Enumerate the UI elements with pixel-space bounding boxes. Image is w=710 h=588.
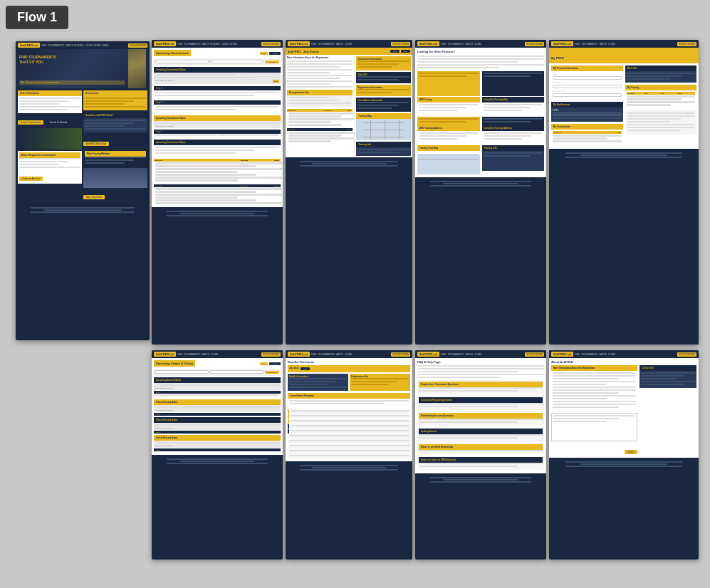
detail-about-section: More Information About this Registration: [287, 56, 353, 59]
camps-title: Upcoming Camps & Clinics: [154, 360, 195, 367]
city-field[interactable]: [553, 93, 622, 97]
filter-search-btn[interactable]: Go Searches: [265, 61, 279, 63]
header-results: AskFRED.net FIND TOURNAMENTS WATCH CLUBS…: [286, 350, 412, 358]
header-detail: AskFRED.net FIND TOURNAMENTS WATCH CLUBS…: [286, 40, 412, 48]
camps-top-btn[interactable]: Top Pick: [269, 362, 281, 365]
grid-view-btn[interactable]: Grid: [260, 52, 268, 55]
footer-homepage: [16, 204, 150, 216]
event-table-section2: Event List Entries: [287, 128, 353, 142]
tournament-section1: Upcoming Tournament Name Sword Rating - …: [154, 67, 281, 113]
header-homepage: AskFRED.net FIND TOURNAMENTS WATCH FENCI…: [16, 41, 150, 49]
training-info-header2: Training Info: [482, 145, 545, 151]
create-account-btn[interactable]: Create an Account: [19, 177, 43, 181]
faq-q6-header: Errors to Create an FRED Account: [419, 457, 543, 463]
more-fencing-header: More Fencing Websites: [85, 151, 146, 157]
camps-filter2[interactable]: [210, 370, 263, 374]
event-reg-header: Upcoming Tournament Name: [154, 115, 281, 121]
flow-label: Flow 1: [6, 6, 68, 29]
faq-q3-header: Membership Account Questions: [419, 413, 543, 419]
nav-about: FIND TOURNAMENTS WATCH CLUBS: [575, 353, 676, 356]
results-filter: July 2013 Detail: [288, 365, 410, 372]
about-submit-btn[interactable]: Submit: [625, 450, 637, 454]
filter-field2[interactable]: [210, 60, 263, 63]
askfred-help-btn[interactable]: AskFRED Help Page: [83, 142, 109, 146]
event-table-header: Event List A,B,C,D,E,F Entries: [287, 109, 353, 112]
logo-fencers: AskFRED.net: [417, 41, 439, 46]
address-field[interactable]: [553, 85, 622, 88]
signup-btn-faq[interactable]: SIGNUP/SIGNIN: [525, 352, 544, 357]
camp3-content: Sword Rating - City Name, St: [154, 423, 281, 430]
camp4-date: Sept 6: [154, 448, 281, 451]
signup-btn-myfred[interactable]: SIGNUP/SIGNIN: [677, 42, 696, 46]
fencer-result-3: [288, 419, 410, 424]
header-myfred: AskFRED.net FIND TOURNAMENTS WATCH CLUBS…: [549, 40, 699, 48]
footer-camps: [152, 455, 283, 468]
camps-go-btn[interactable]: Go Searches: [265, 371, 279, 374]
screen-upcoming-tournaments: AskFRED.net FIND TOURNAMENTS WATCH FENCI…: [152, 40, 283, 345]
upcoming-content: Upcoming Tournaments Grid Top Pick Go Se…: [152, 48, 283, 207]
filter-field1[interactable]: [155, 60, 209, 63]
signup-btn-homepage[interactable]: SIGNUP/SIGNIN: [128, 43, 147, 48]
profile-content: [625, 71, 697, 83]
hero-search[interactable]: 🔍 Browse for Upcoming Tournaments: [19, 80, 125, 85]
cancelled-training-header: Cancelled Training Bids: [482, 97, 545, 103]
event-reg-section: Upcoming Tournament Name Sword Rating - …: [154, 115, 281, 137]
my-tournaments-section: My Tournaments Tournament Date: [551, 124, 623, 145]
date-content-sept3: [154, 90, 281, 99]
nav-results: FIND TOURNAMENTS WATCH CLUBS: [311, 353, 390, 356]
results-search-btn[interactable]: Detail: [301, 367, 310, 370]
myfred-title-bar: My FRED: [549, 48, 699, 63]
footer-about: [549, 458, 699, 471]
faq-section6: Errors to Create an FRED Account: [417, 456, 544, 470]
search-results-btn[interactable]: Search for Results: [47, 120, 71, 125]
signup-btn-camps[interactable]: SIGNUP/SIGNIN: [261, 352, 281, 357]
camps-filter1[interactable]: [155, 370, 209, 374]
find-tournament-content: [18, 96, 82, 113]
fencing-image2: [83, 168, 147, 188]
nav-homepage: FIND TOURNAMENTS WATCH FENCING CLUBS EXT…: [41, 44, 127, 47]
consolidated-programs: Consolidated Programs: [288, 393, 410, 407]
about-textarea[interactable]: [551, 413, 637, 441]
fencers-title: Looking for Other Fencers?: [417, 50, 544, 53]
fencer-result-9: [288, 449, 410, 453]
email-field-myfred[interactable]: [553, 112, 622, 116]
fencer-result-1: [288, 409, 410, 414]
signup-btn-about[interactable]: SIGNUP/SIGNIN: [677, 352, 696, 357]
nav-camps: FIND TOURNAMENTS WATCH CLUBS: [177, 353, 260, 356]
detail-detail-btn[interactable]: Detail: [401, 50, 410, 53]
hero-search-text: Browse for Upcoming Tournaments: [26, 81, 59, 84]
how-works-header: How Does AskFRED Work?: [83, 112, 147, 118]
homepage-col-left: Find a Tournament Browse Tournaments Sea…: [18, 90, 82, 201]
camp1-content: Sword Rating - City Name, St: [154, 383, 281, 390]
logo-about: AskFRED.net: [551, 352, 573, 357]
cancelled-addr-header: Cancelled Training Address: [482, 125, 545, 131]
event-date-sept5: Sept 5: [154, 130, 281, 134]
top-pick-btn[interactable]: Top Pick: [269, 52, 281, 55]
camps-grid-btn[interactable]: Grid: [260, 362, 268, 365]
footer-detail: [286, 157, 412, 170]
detail-about-btn[interactable]: About: [390, 50, 400, 53]
homepage-col-right: Host a Event How Does AskFRED Work?: [83, 90, 147, 201]
camp2-section: Flinch Fencing Name Sword Rating - City …: [154, 399, 281, 416]
fencers-addr-left: AFK Training Address: [417, 117, 480, 142]
hero-title: FIND TOURNAMENTSTHAT FIT YOU: [19, 55, 56, 64]
signup-btn-upcoming[interactable]: SIGNUP/SIGNIN: [261, 42, 281, 46]
fencers-time-left: Training Time Map: [417, 145, 480, 175]
how-to-register: How to Register for a Tournament Create …: [18, 151, 82, 184]
footer-upcoming: [152, 207, 283, 220]
signup-btn-results[interactable]: SIGNUP/SIGNIN: [391, 352, 410, 357]
tourney-table-header: Tournament Date: [553, 131, 622, 134]
detail-loc-info: Cancellation Information: [356, 98, 411, 112]
signup-btn-detail[interactable]: SIGNUP/SIGNIN: [391, 42, 410, 46]
more-section1-content: [154, 145, 281, 157]
name-field[interactable]: [553, 76, 622, 80]
signup-btn-fencers[interactable]: SIGNUP/SIGNIN: [525, 42, 544, 46]
fencers-addr-content: [417, 131, 480, 142]
event-table-section: Event List A,B,C,D,E,F Entries: [287, 109, 353, 126]
profile-header: My Profile: [625, 65, 697, 71]
more-resources-btn[interactable]: More Resources: [83, 195, 105, 199]
browse-tournaments-btn[interactable]: Browse Tournaments: [18, 120, 43, 125]
event-reg-dates: Sept 5: [154, 130, 281, 137]
about-content: About AskFRED More Information About thi…: [549, 358, 699, 458]
upcoming-title: Upcoming Tournaments: [154, 50, 191, 56]
